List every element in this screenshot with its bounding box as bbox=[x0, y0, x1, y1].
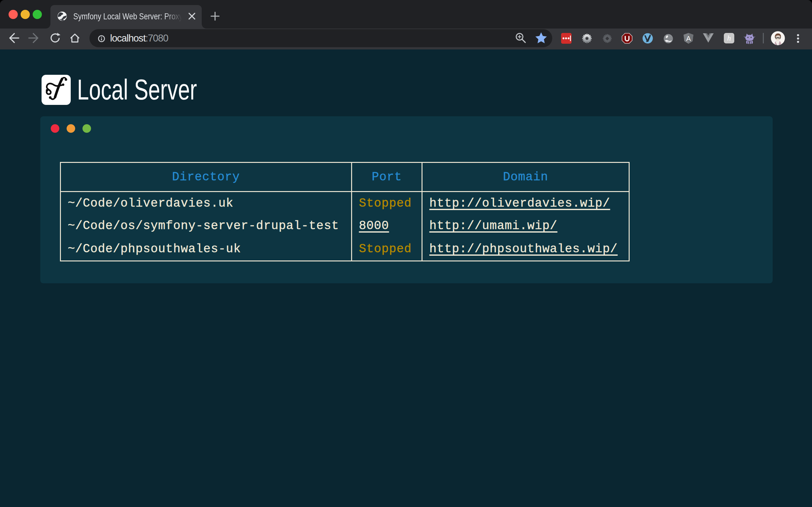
svg-text:A: A bbox=[686, 35, 691, 43]
svg-text:h: h bbox=[727, 34, 731, 42]
